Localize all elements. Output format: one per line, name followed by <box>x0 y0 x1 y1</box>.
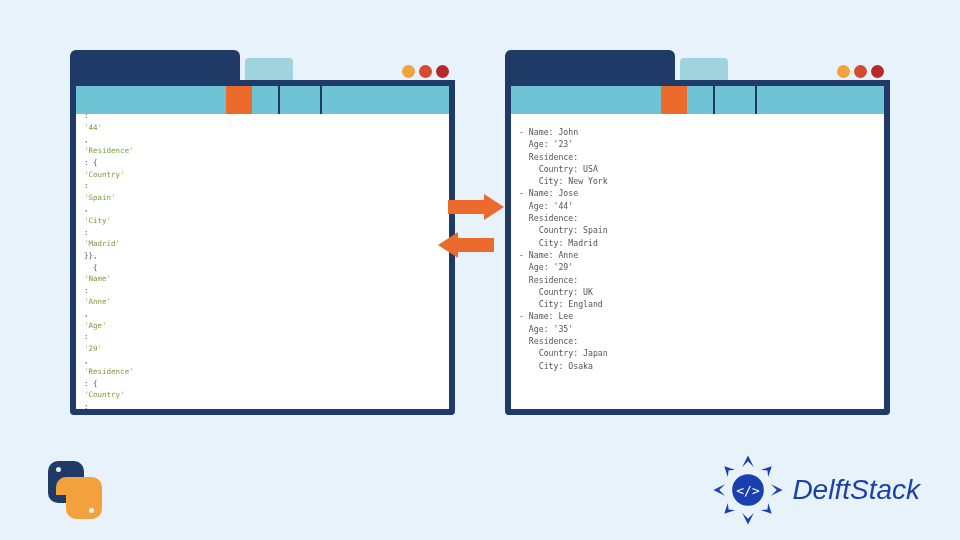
code-block-yaml: - Name: John Age: '23' Residence: Countr… <box>511 114 884 409</box>
window-frame: - Name: John Age: '23' Residence: Countr… <box>505 80 890 415</box>
arrow-right-icon <box>448 194 504 220</box>
delftstack-badge-icon: </> <box>712 454 784 526</box>
window-frame: dct_arr = [ {'Name': 'John', 'Age': '23'… <box>70 80 455 415</box>
toolbar-active-icon <box>661 86 687 114</box>
svg-marker-5 <box>761 466 772 477</box>
convert-arrows <box>438 190 508 270</box>
dot-yellow-icon <box>402 65 415 78</box>
svg-marker-2 <box>714 484 726 496</box>
delftstack-brand: </> DelftStack <box>712 454 920 526</box>
toolbar-spacer <box>757 86 884 114</box>
tab-main <box>70 50 240 80</box>
window-left: dct_arr = [ {'Name': 'John', 'Age': '23'… <box>70 50 455 420</box>
svg-marker-0 <box>743 455 755 467</box>
svg-marker-6 <box>725 503 736 514</box>
tab-main <box>505 50 675 80</box>
toolbar-seg <box>715 86 757 114</box>
toolbar <box>511 86 884 114</box>
toolbar-active-icon <box>226 86 252 114</box>
tab-secondary <box>245 58 293 80</box>
dot-red1-icon <box>419 65 432 78</box>
tab-bar <box>70 50 455 80</box>
dot-red1-icon <box>854 65 867 78</box>
toolbar-seg <box>280 86 322 114</box>
window-right: - Name: John Age: '23' Residence: Countr… <box>505 50 890 420</box>
svg-marker-7 <box>761 503 772 514</box>
python-logo-icon <box>40 455 110 525</box>
window-controls <box>837 65 890 80</box>
toolbar-seg <box>689 86 715 114</box>
code-block-python: dct_arr = [ {'Name': 'John', 'Age': '23'… <box>76 114 449 409</box>
svg-marker-3 <box>771 484 783 496</box>
toolbar-seg <box>254 86 280 114</box>
toolbar <box>76 86 449 114</box>
dot-red2-icon <box>871 65 884 78</box>
footer: </> DelftStack <box>0 454 960 526</box>
toolbar-spacer <box>322 86 449 114</box>
dot-yellow-icon <box>837 65 850 78</box>
svg-text:</>: </> <box>737 483 761 498</box>
tab-secondary <box>680 58 728 80</box>
arrow-left-icon <box>438 232 494 258</box>
svg-marker-4 <box>725 466 736 477</box>
window-controls <box>402 65 455 80</box>
brand-text: DelftStack <box>792 474 920 506</box>
tab-bar <box>505 50 890 80</box>
dot-red2-icon <box>436 65 449 78</box>
svg-marker-1 <box>743 513 755 525</box>
